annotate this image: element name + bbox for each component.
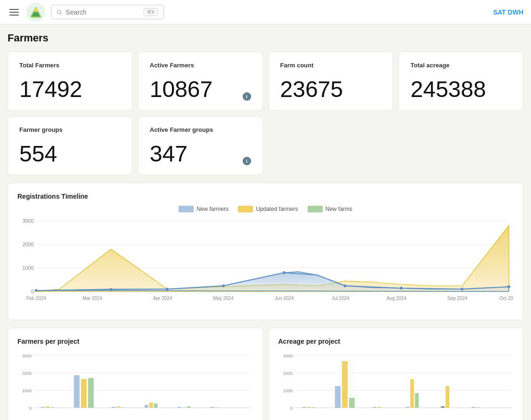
search-box[interactable]: ⌘K (51, 5, 164, 19)
svg-rect-81 (441, 406, 444, 408)
app-header: ⌘K SAT DWH (0, 0, 531, 24)
registrations-timeline-section: Registrations Timeline New farmers Updat… (8, 183, 523, 320)
menu-button[interactable] (8, 6, 21, 19)
stat-label-active-farmers: Active Farmers (150, 62, 251, 69)
stat-value-farm-count: 23675 (280, 78, 382, 101)
stat-card-active-farmers: Active Farmers 10867 i (138, 52, 263, 111)
svg-point-24 (400, 287, 403, 290)
stat-card-active-farmer-groups: Active Farmer groups 347 i (138, 116, 263, 175)
kbd-shortcut: ⌘K (144, 8, 158, 16)
svg-rect-47 (74, 375, 80, 408)
stat-value-total-farmers: 17492 (19, 78, 121, 101)
svg-line-9 (60, 13, 61, 14)
svg-text:1000: 1000 (283, 388, 292, 393)
hamburger-icon (9, 8, 19, 17)
legend-label-updated-farmers: Updated farmers (256, 206, 298, 212)
empty-cell-2 (399, 116, 523, 175)
registrations-chart-svg: 3000 2000 1000 0 (17, 216, 514, 310)
svg-rect-44 (41, 407, 45, 408)
acreage-bar-chart: 3000 2000 1000 0 (278, 351, 514, 420)
stats-grid-row2: Farmer groups 554 Active Farmer groups 3… (8, 116, 523, 175)
app-logo (26, 3, 45, 22)
legend-label-new-farmers: New farmers (196, 206, 229, 212)
svg-rect-0 (9, 9, 19, 10)
empty-cell-1 (269, 116, 393, 175)
legend-swatch-new-farmers (179, 206, 194, 212)
svg-text:Apr 2024: Apr 2024 (153, 296, 172, 301)
svg-point-18 (35, 289, 38, 292)
svg-rect-71 (306, 407, 310, 408)
svg-text:3000: 3000 (22, 354, 32, 358)
svg-text:Jul 2024: Jul 2024 (332, 296, 350, 301)
acreage-per-project-section: Acreage per project 3000 2000 1000 0 (269, 328, 524, 420)
stat-card-total-farmers: Total Farmers 17492 (8, 52, 132, 111)
svg-rect-1 (9, 12, 19, 13)
svg-text:0: 0 (290, 406, 292, 411)
svg-text:2000: 2000 (283, 371, 292, 376)
svg-rect-50 (112, 407, 115, 408)
svg-text:Mar 2024: Mar 2024 (82, 296, 102, 301)
svg-rect-78 (405, 407, 409, 408)
legend-swatch-updated-farmers (238, 206, 253, 212)
farmers-per-project-section: Farmers per project 3000 2000 1000 0 (8, 328, 263, 420)
stat-label-farm-count: Farm count (280, 62, 382, 69)
stat-card-farmer-groups: Farmer groups 554 (8, 116, 132, 175)
svg-rect-59 (211, 407, 214, 408)
stat-label-total-acreage: Total acreage (410, 62, 512, 69)
svg-rect-83 (471, 407, 475, 408)
stat-label-total-farmers: Total Farmers (19, 62, 121, 69)
chart-legend: New farmers Updated farmers New farms (17, 206, 514, 212)
stat-value-farmer-groups: 554 (19, 143, 121, 165)
stats-grid-row1: Total Farmers 17492 Active Farmers 10867… (8, 52, 523, 111)
page-title: Farmers (8, 32, 523, 44)
svg-point-25 (461, 288, 464, 291)
acreage-per-project-title: Acreage per project (278, 338, 514, 345)
stat-value-total-acreage: 245388 (410, 78, 512, 101)
svg-point-19 (110, 288, 113, 291)
stat-card-total-acreage: Total acreage 245388 (399, 52, 523, 111)
main-content: Farmers Total Farmers 17492 Active Farme… (0, 24, 531, 420)
legend-new-farmers: New farmers (179, 206, 229, 212)
svg-rect-6 (31, 16, 41, 18)
svg-text:Jun 2024: Jun 2024 (275, 296, 294, 301)
stat-label-farmer-groups: Farmer groups (19, 126, 121, 133)
stat-value-active-farmers: 10867 (150, 78, 251, 101)
svg-text:Sep 2024: Sep 2024 (448, 296, 468, 301)
svg-rect-45 (46, 406, 49, 408)
svg-text:1000: 1000 (22, 388, 32, 393)
svg-rect-58 (187, 406, 191, 408)
svg-point-20 (166, 288, 169, 291)
svg-rect-56 (178, 407, 181, 408)
svg-text:0: 0 (31, 289, 34, 294)
info-icon-active-groups[interactable]: i (243, 157, 251, 165)
svg-point-26 (507, 285, 510, 288)
search-icon (57, 9, 62, 16)
info-icon-active-farmers[interactable]: i (243, 92, 251, 101)
search-input[interactable] (65, 8, 139, 16)
svg-point-7 (34, 8, 38, 12)
sat-dwh-link[interactable]: SAT DWH (493, 8, 523, 16)
farmers-bar-svg: 3000 2000 1000 0 (17, 351, 253, 420)
svg-text:May 2024: May 2024 (213, 296, 234, 301)
svg-rect-51 (116, 406, 120, 408)
stat-value-active-farmer-groups: 347 (150, 143, 251, 165)
stat-label-active-farmer-groups: Active Farmer groups (150, 126, 251, 133)
svg-text:Feb 2024: Feb 2024 (26, 296, 46, 301)
legend-label-new-farms: New farms (326, 206, 352, 212)
legend-new-farms: New farms (308, 206, 352, 212)
svg-rect-70 (302, 407, 305, 408)
registrations-timeline-title: Registrations Timeline (17, 193, 514, 200)
acreage-bar-svg: 3000 2000 1000 0 (278, 351, 514, 420)
farmers-bar-chart: 3000 2000 1000 0 (17, 351, 253, 420)
svg-rect-48 (81, 379, 87, 408)
farmers-per-project-title: Farmers per project (17, 338, 253, 345)
svg-rect-55 (154, 404, 158, 408)
svg-text:Aug 2024: Aug 2024 (386, 296, 407, 301)
svg-rect-74 (342, 361, 347, 408)
svg-rect-82 (445, 386, 449, 408)
svg-rect-49 (88, 378, 94, 408)
svg-point-22 (283, 271, 286, 274)
legend-updated-farmers: Updated farmers (238, 206, 298, 212)
svg-rect-79 (410, 379, 414, 408)
svg-rect-77 (377, 407, 381, 408)
